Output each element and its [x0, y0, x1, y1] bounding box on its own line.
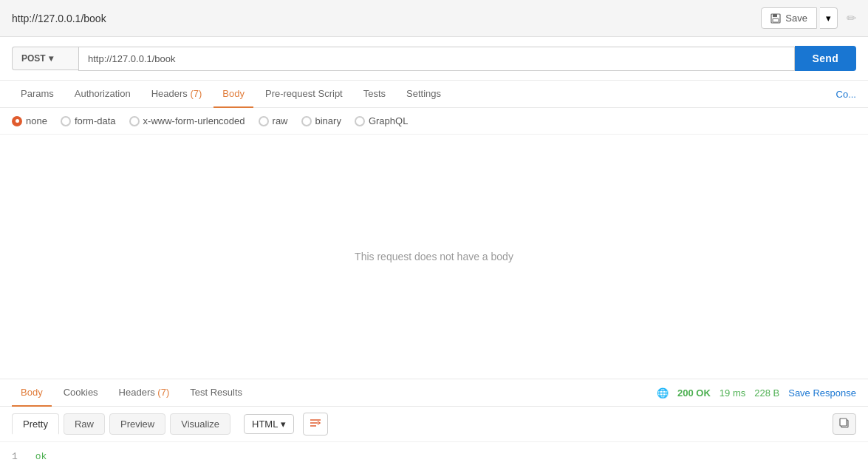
radio-urlencoded-dot [129, 116, 140, 126]
title-url: http://127.0.0.1/book [12, 13, 106, 24]
body-option-urlencoded[interactable]: x-www-form-urlencoded [129, 115, 245, 126]
edit-icon[interactable]: ✏ [847, 11, 856, 25]
body-empty-text: This request does not have a body [355, 251, 513, 262]
svg-rect-7 [840, 419, 847, 426]
tab-cookies-link[interactable]: Co... [836, 81, 856, 107]
radio-graphql-dot [355, 116, 365, 126]
tab-authorization[interactable]: Authorization [66, 81, 140, 108]
method-dropdown-arrow: ▾ [49, 53, 53, 64]
request-tabs: Params Authorization Headers (7) Body Pr… [0, 81, 868, 108]
body-option-binary[interactable]: binary [301, 115, 341, 126]
response-status-area: 🌐 200 OK 19 ms 228 B Save Response [657, 387, 856, 399]
code-area: 1 ok [0, 442, 868, 471]
response-ok-value: ok [35, 451, 47, 462]
request-bar: POST ▾ Send [0, 37, 868, 81]
globe-icon: 🌐 [657, 387, 669, 399]
response-size: 228 B [754, 387, 779, 399]
format-language-select[interactable]: HTML ▾ [244, 414, 294, 434]
resp-tab-body[interactable]: Body [12, 379, 52, 407]
body-option-graphql[interactable]: GraphQL [355, 115, 408, 126]
wrap-icon[interactable] [303, 413, 328, 436]
send-button[interactable]: Send [795, 46, 856, 71]
resp-tab-headers[interactable]: Headers (7) [110, 379, 179, 407]
response-tabs: Body Cookies Headers (7) Test Results 🌐 … [0, 379, 868, 407]
tab-params[interactable]: Params [12, 81, 63, 108]
format-tab-raw[interactable]: Raw [64, 413, 105, 435]
tab-settings[interactable]: Settings [397, 81, 450, 108]
body-option-none[interactable]: none [12, 115, 47, 126]
title-actions: Save ▾ ✏ [761, 7, 856, 29]
save-icon [770, 13, 781, 24]
line-number: 1 [12, 451, 18, 462]
format-bar: Pretty Raw Preview Visualize HTML ▾ [0, 407, 868, 442]
response-time: 19 ms [720, 387, 745, 399]
svg-rect-1 [773, 14, 777, 17]
format-tab-preview[interactable]: Preview [109, 413, 165, 435]
radio-raw-dot [259, 116, 269, 126]
tab-tests[interactable]: Tests [355, 81, 394, 108]
format-language-arrow: ▾ [281, 419, 286, 430]
radio-form-data-dot [61, 116, 71, 126]
status-code: 200 OK [677, 387, 711, 399]
format-tab-pretty[interactable]: Pretty [12, 413, 59, 436]
format-language-label: HTML [252, 419, 278, 430]
body-option-form-data[interactable]: form-data [61, 115, 116, 126]
save-response-button[interactable]: Save Response [788, 387, 856, 399]
copy-icon[interactable] [833, 413, 856, 435]
save-dropdown-button[interactable]: ▾ [820, 7, 838, 29]
method-select[interactable]: POST ▾ [12, 47, 78, 70]
method-label: POST [21, 53, 46, 64]
resp-tab-test-results[interactable]: Test Results [181, 379, 251, 407]
tab-body[interactable]: Body [213, 81, 253, 108]
body-options: none form-data x-www-form-urlencoded raw… [0, 108, 868, 135]
resp-tab-cookies[interactable]: Cookies [55, 379, 107, 407]
title-bar: http://127.0.0.1/book Save ▾ ✏ [0, 0, 868, 37]
body-empty-area: This request does not have a body [0, 135, 868, 379]
tab-prerequest[interactable]: Pre-request Script [256, 81, 352, 108]
radio-none-dot [12, 116, 22, 126]
save-button[interactable]: Save [761, 7, 817, 29]
format-tab-visualize[interactable]: Visualize [170, 413, 230, 435]
radio-binary-dot [301, 116, 312, 126]
url-input[interactable] [78, 47, 795, 71]
tab-headers[interactable]: Headers (7) [143, 81, 211, 108]
body-option-raw[interactable]: raw [259, 115, 288, 126]
svg-rect-2 [773, 18, 779, 22]
